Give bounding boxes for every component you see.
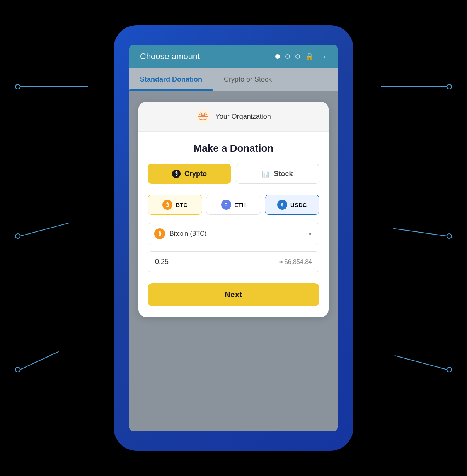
svg-line-7 — [199, 116, 203, 117]
tabs-bar: Standard Donation Crypto or Stock — [129, 68, 338, 91]
annotation-line-left-bottom — [20, 351, 59, 370]
card-title: Make a Donation — [148, 142, 319, 154]
step-dot-1 — [275, 54, 280, 59]
dropdown-left: ₿ Bitcoin (BTC) — [154, 228, 206, 239]
tab-standard-donation[interactable]: Standard Donation — [129, 68, 213, 91]
svg-line-6 — [203, 116, 208, 117]
annotation-dot-right-top — [447, 84, 452, 89]
main-content: Your Organization Make a Donation ₿ Cryp… — [129, 91, 338, 431]
stock-type-button[interactable]: 📊 Stock — [236, 164, 319, 184]
annotation-line-right-top — [381, 86, 447, 87]
amount-usd-approx: ≈ $6,854.84 — [280, 259, 312, 265]
dropdown-label: Bitcoin (BTC) — [170, 230, 206, 237]
eth-chip-icon: Ξ — [221, 200, 231, 210]
btc-chip-icon: ₿ — [162, 200, 172, 210]
step-dot-2 — [285, 54, 290, 59]
usdc-chip-icon: $ — [277, 200, 287, 210]
tab-crypto-or-stock[interactable]: Crypto or Stock — [213, 68, 283, 91]
stock-chart-icon: 📊 — [262, 170, 270, 178]
page-title: Choose amount — [140, 51, 200, 62]
dropdown-btc-icon: ₿ — [154, 228, 165, 239]
annotation-dot-right-mid — [447, 233, 452, 239]
top-bar: Choose amount 🔒 → — [129, 45, 338, 68]
crypto-chips: ₿ BTC Ξ ETH $ USDC — [148, 195, 319, 215]
amount-input-row: 0.25 ≈ $6,854.84 — [148, 251, 319, 272]
card-body: Make a Donation ₿ Crypto 📊 Stock — [138, 132, 329, 317]
crypto-type-button[interactable]: ₿ Crypto — [148, 164, 231, 184]
lock-icon: 🔒 — [305, 52, 314, 61]
annotation-line-right-bottom — [395, 355, 447, 370]
org-logo-icon — [196, 110, 210, 123]
next-button[interactable]: Next — [148, 283, 319, 306]
annotation-line-left-mid — [20, 223, 69, 236]
dropdown-chevron-icon: ▼ — [307, 231, 313, 237]
eth-chip[interactable]: Ξ ETH — [206, 195, 261, 215]
currency-dropdown[interactable]: ₿ Bitcoin (BTC) ▼ — [148, 223, 319, 245]
step-dot-3 — [295, 54, 300, 59]
amount-value[interactable]: 0.25 — [155, 258, 169, 266]
annotation-line-right-mid — [393, 228, 447, 236]
annotation-line-left-top — [20, 86, 88, 87]
type-selector: ₿ Crypto 📊 Stock — [148, 164, 319, 184]
usdc-chip[interactable]: $ USDC — [265, 195, 319, 215]
donation-card: Your Organization Make a Donation ₿ Cryp… — [138, 102, 329, 317]
org-name: Your Organization — [215, 113, 271, 121]
btc-chip[interactable]: ₿ BTC — [148, 195, 202, 215]
annotation-dot-left-mid — [15, 233, 20, 239]
card-header: Your Organization — [138, 102, 329, 132]
annotation-dot-left-bottom — [15, 367, 20, 372]
top-bar-icons: 🔒 → — [275, 52, 327, 61]
arrow-icon: → — [319, 52, 327, 61]
annotation-dot-right-bottom — [447, 367, 452, 372]
device-outer: Choose amount 🔒 → Standard Donation Cryp… — [114, 25, 353, 451]
device-screen: Choose amount 🔒 → Standard Donation Cryp… — [129, 45, 338, 431]
crypto-btn-icon: ₿ — [172, 170, 181, 178]
annotation-dot-left-top — [15, 84, 20, 89]
